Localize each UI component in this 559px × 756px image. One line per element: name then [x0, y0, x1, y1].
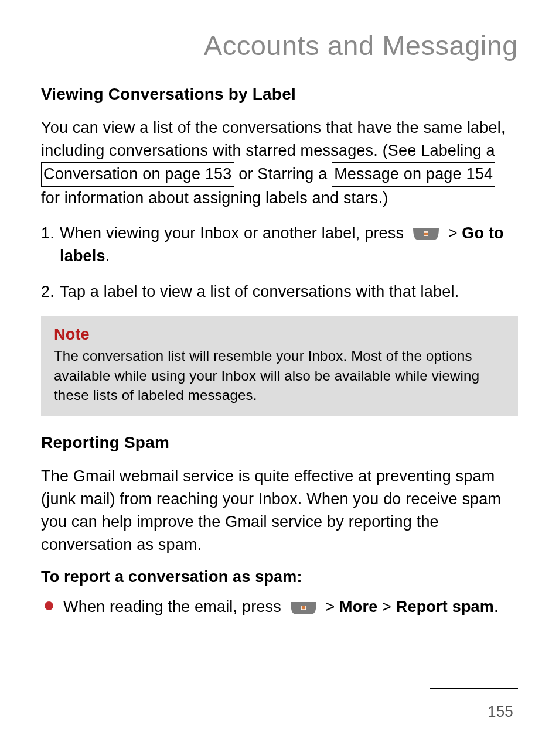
bullet-dot-icon	[45, 601, 53, 610]
text-fragment: or Starring a	[234, 165, 332, 183]
paragraph-viewing-intro: You can view a list of the conversations…	[41, 117, 518, 210]
bullet-list: When reading the email, press > More > R…	[41, 596, 518, 618]
cross-ref-link-message[interactable]: Message on page 154	[332, 162, 495, 187]
page-number: 155	[488, 703, 513, 721]
text-fragment: for information about assigning labels a…	[41, 189, 388, 207]
separator-gt: >	[325, 598, 335, 615]
step-1: When viewing your Inbox or another label…	[41, 222, 518, 268]
menu-key-icon	[412, 227, 440, 241]
menu-key-icon	[289, 601, 318, 615]
ui-label-report-spam: Report spam	[391, 598, 494, 615]
ui-label-more: More	[335, 598, 382, 615]
section-heading-viewing: Viewing Conversations by Label	[41, 85, 518, 104]
section-heading-spam: Reporting Spam	[41, 433, 518, 452]
text-period: .	[105, 247, 110, 265]
text-fragment: When viewing your Inbox or another label…	[60, 224, 408, 242]
note-title: Note	[54, 326, 505, 344]
text-period: .	[494, 598, 499, 615]
separator-gt: >	[448, 224, 458, 242]
step-2: Tap a label to view a list of conversati…	[41, 280, 518, 303]
note-box: Note The conversation list will resemble…	[41, 316, 518, 416]
sub-heading-report-spam: To report a conversation as spam:	[41, 568, 518, 586]
chapter-title: Accounts and Messaging	[41, 29, 518, 61]
separator-gt: >	[382, 598, 391, 615]
footer-rule	[430, 688, 518, 689]
paragraph-spam-intro: The Gmail webmail service is quite effec…	[41, 465, 518, 557]
bullet-item-report: When reading the email, press > More > R…	[41, 596, 518, 618]
text-fragment: When reading the email, press	[63, 598, 286, 615]
manual-page: Accounts and Messaging Viewing Conversat…	[0, 0, 559, 756]
text-fragment: You can view a list of the conversations…	[41, 119, 506, 159]
note-body: The conversation list will resemble your…	[54, 346, 505, 405]
steps-list: When viewing your Inbox or another label…	[41, 222, 518, 303]
cross-ref-link-conversation[interactable]: Conversation on page 153	[41, 162, 234, 187]
